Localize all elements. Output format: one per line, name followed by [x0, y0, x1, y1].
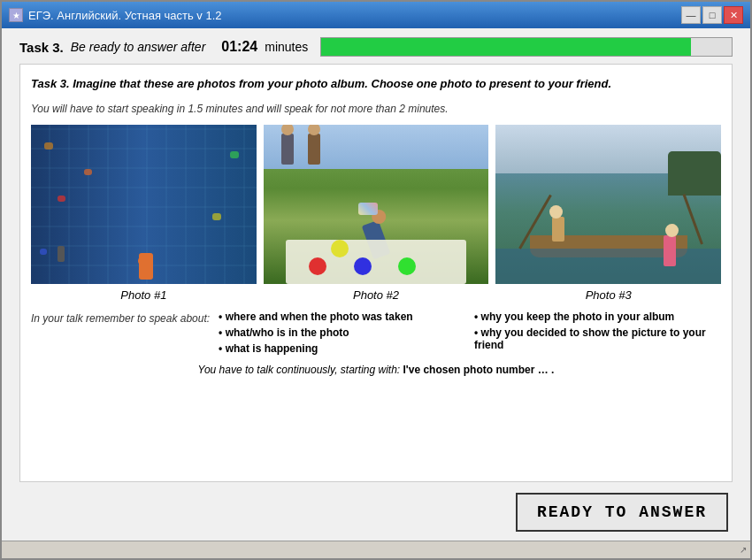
content-area: Task 3. Be ready to answer after 01:24 m… — [2, 28, 750, 541]
card-subtitle-container: You will have to start speaking in 1.5 m… — [31, 100, 721, 116]
bullet-3: what is happening — [219, 342, 465, 355]
app-icon: ★ — [9, 8, 23, 22]
photo-2-image — [264, 125, 489, 284]
bullet-4: why you keep the photo in your album — [474, 311, 721, 323]
photos-row: Photo #1 — [31, 125, 721, 302]
maximize-button[interactable]: □ — [702, 6, 722, 24]
status-bar: ↗ — [2, 541, 750, 558]
bullet-5: why you decided to show the picture to y… — [474, 326, 721, 351]
main-window: ★ ЕГЭ. Английский. Устная часть v 1.2 — … — [0, 0, 752, 560]
bullet-2: what/who is in the photo — [219, 326, 465, 339]
bullets-section: In your talk remember to speak about: wh… — [31, 311, 721, 355]
photo-2-container: Photo #2 — [264, 125, 489, 302]
bullets-left-col: where and when the photo was taken what/… — [219, 311, 465, 355]
bullet-1: where and when the photo was taken — [219, 311, 465, 323]
card-subtitle-text: You will have to start speaking in 1.5 m… — [31, 103, 449, 115]
photo-3-image — [495, 125, 721, 284]
status-text: ↗ — [740, 545, 747, 555]
task-description: Be ready to answer after — [71, 40, 206, 54]
bullets-intro: In your talk remember to speak about: — [31, 311, 210, 355]
progress-bar-fill — [321, 38, 690, 56]
task-bar: Task 3. Be ready to answer after 01:24 m… — [19, 37, 733, 57]
footer-highlight: I've chosen photo number … . — [403, 364, 555, 376]
close-button[interactable]: ✕ — [724, 6, 743, 24]
footer-label: You have to talk continuously, starting … — [198, 364, 401, 376]
photo-1-container: Photo #1 — [31, 125, 257, 302]
window-title: ЕГЭ. Английский. Устная часть v 1.2 — [28, 9, 222, 22]
card-title: Task 3. Imagine that these are photos fr… — [31, 75, 721, 91]
photo-1-label: Photo #1 — [120, 288, 166, 302]
progress-bar-container — [320, 37, 733, 57]
photo-3-label: Photo #3 — [586, 288, 632, 302]
minimize-button[interactable]: — — [681, 6, 701, 24]
photo-2-label: Photo #2 — [353, 288, 399, 302]
ready-to-answer-button[interactable]: READY TO ANSWER — [516, 493, 728, 532]
task-label: Task 3. — [19, 40, 64, 55]
ready-btn-row: READY TO ANSWER — [19, 493, 733, 532]
window-controls: — □ ✕ — [681, 6, 743, 24]
timer-display: 01:24 — [221, 39, 257, 55]
minutes-label: minutes — [265, 40, 308, 54]
photo-3-container: Photo #3 — [495, 125, 721, 302]
bullets-right-col: why you keep the photo in your album why… — [474, 311, 721, 355]
footer-text: You have to talk continuously, starting … — [31, 364, 721, 376]
task-card: Task 3. Imagine that these are photos fr… — [19, 64, 733, 482]
title-bar: ★ ЕГЭ. Английский. Устная часть v 1.2 — … — [2, 2, 750, 28]
title-bar-left: ★ ЕГЭ. Английский. Устная часть v 1.2 — [9, 8, 222, 22]
card-title-text: Task 3. Imagine that these are photos fr… — [31, 77, 611, 90]
photo-1-image — [31, 125, 257, 284]
